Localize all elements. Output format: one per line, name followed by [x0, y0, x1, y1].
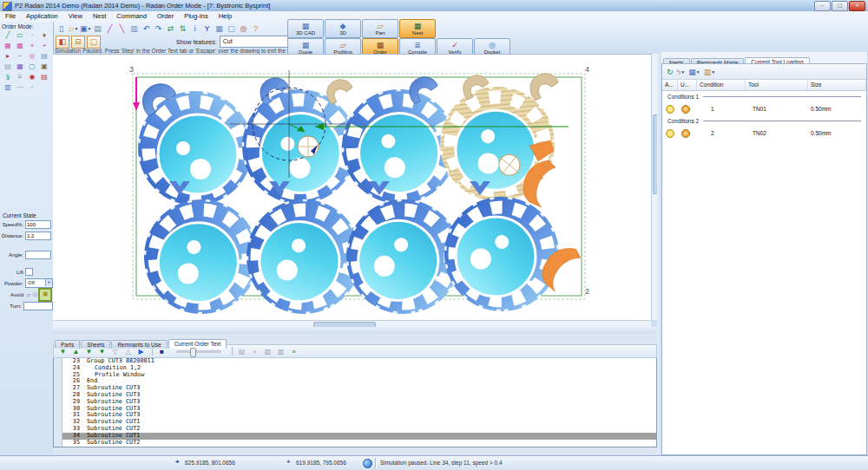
toggle-colors-icon[interactable]: ◧ [56, 36, 69, 49]
order-line[interactable]: 28Subroutine CUT3 [62, 392, 656, 399]
copy-icon[interactable]: ▥ [128, 23, 140, 35]
minimize-button[interactable]: – [814, 1, 831, 11]
menu-nest[interactable]: Nest [88, 11, 111, 22]
save-icon[interactable]: ▣▼ [80, 23, 91, 35]
order-tool-icon[interactable]: ▸ [2, 51, 14, 62]
tool-view-icon[interactable]: ▦▼ [688, 68, 700, 76]
speed-input[interactable] [25, 220, 51, 229]
angle-input[interactable] [25, 251, 51, 259]
order-tool-icon[interactable]: ◎ [26, 51, 38, 62]
turn-input[interactable] [23, 302, 53, 310]
order-tool-icon[interactable]: ⋯ [14, 82, 26, 93]
sheet-view-icon[interactable]: ▥▼ [704, 68, 715, 76]
dropdown-arrow-icon[interactable]: ▼ [696, 69, 700, 75]
insert-line-icon[interactable]: ▧ [262, 348, 273, 356]
slider-thumb[interactable] [190, 348, 196, 357]
redo-icon[interactable]: ↷ [153, 23, 164, 35]
swap-icon[interactable]: ⇅ [177, 23, 188, 35]
order-line[interactable]: 33Subroutine CUT2 [62, 426, 656, 433]
order-tool-icon[interactable]: ▥ [2, 82, 14, 93]
dropdown-arrow-icon[interactable]: ▼ [681, 69, 685, 75]
order-line[interactable]: 34Subroutine CUT1 [62, 433, 656, 440]
dropdown-arrow-icon[interactable]: ▼ [88, 26, 92, 31]
order-tool-icon[interactable]: ╱ [2, 30, 14, 41]
expand-icon[interactable]: » [288, 348, 299, 356]
order-tool-icon[interactable]: ▦ [2, 41, 14, 51]
column-header[interactable]: A... [662, 80, 678, 90]
avoid-active-button[interactable]: ▣ [38, 288, 52, 302]
menu-order[interactable]: Order [152, 11, 179, 22]
order-tool-icon[interactable]: ▤ [38, 72, 50, 82]
column-header[interactable]: Condition [697, 80, 746, 90]
menu-command[interactable]: Command [111, 11, 152, 22]
order-tool-icon[interactable]: ▢ [26, 62, 38, 72]
menu-view[interactable]: View [63, 11, 88, 22]
reorder-icon[interactable]: ⇄ [165, 23, 176, 35]
nest-drawing-canvas[interactable]: 342 [53, 54, 651, 321]
dropdown-arrow-icon[interactable]: ▼ [74, 26, 78, 31]
menu-plug-ins[interactable]: Plug-Ins [179, 11, 214, 22]
tab-current-order-text[interactable]: Current Order Text [168, 339, 227, 349]
order-tool-icon[interactable]: ▣ [38, 62, 50, 72]
marker-icon[interactable]: ╲ [116, 23, 128, 35]
column-header[interactable]: U... [678, 80, 697, 90]
tool-row[interactable]: +1TN010.50mm [662, 102, 866, 115]
column-header[interactable]: Tool [746, 80, 808, 90]
auto-load-icon[interactable]: ϟ▼ [677, 68, 686, 76]
snap-icon[interactable]: ◎ [238, 23, 249, 35]
order-line[interactable]: 30Subroutine CUT3 [62, 406, 656, 413]
help-icon[interactable]: ? [250, 23, 261, 35]
order-tool-icon[interactable]: ≡ [14, 72, 26, 82]
info-icon[interactable]: i [189, 23, 201, 35]
mode-button-3d[interactable]: ◆3D [325, 19, 361, 38]
delete-line-icon[interactable]: × [249, 348, 260, 356]
tab-remnants-to-use[interactable]: Remnants to Use [111, 340, 167, 349]
speed-slider[interactable] [176, 350, 221, 353]
edit-line-icon[interactable]: ▤ [236, 348, 247, 356]
tool-row[interactable]: +2TN020.50mm [662, 127, 866, 140]
order-tool-icon[interactable]: + [26, 41, 38, 51]
powder-combobox[interactable]: Off▼ [25, 278, 53, 288]
print-icon[interactable]: ▤ [92, 23, 103, 35]
chevron-down-icon[interactable]: ▼ [45, 279, 52, 286]
window-layout-icon[interactable]: ▢ [87, 36, 101, 49]
close-button[interactable]: × [849, 1, 865, 11]
order-tool-icon[interactable]: ▦ [14, 41, 26, 51]
refresh-icon[interactable]: ↻ [667, 68, 674, 76]
order-line[interactable]: 23Group CUT3 88200011 [62, 358, 656, 365]
order-line[interactable]: 27Subroutine CUT3 [62, 385, 656, 392]
order-tool-icon[interactable]: ▤ [38, 51, 50, 62]
maximize-button[interactable]: ▢ [832, 1, 848, 11]
order-line[interactable]: 32Subroutine CUT1 [62, 419, 656, 426]
horizontal-splitter[interactable] [53, 327, 657, 334]
mode-button-nest[interactable]: ▦Nest [399, 19, 436, 38]
undo-icon[interactable]: ↶ [141, 23, 152, 35]
avoid-option2-icon[interactable]: ⊙ [32, 291, 37, 298]
dropdown-arrow-icon[interactable]: ▼ [711, 69, 715, 75]
order-tool-icon[interactable]: ▫ [26, 82, 38, 93]
order-line[interactable]: 26End [62, 378, 656, 385]
distance-input[interactable] [25, 232, 51, 240]
lift-checkbox[interactable] [25, 268, 33, 276]
order-tool-icon[interactable]: § [2, 72, 14, 82]
menu-application[interactable]: Application [21, 11, 63, 22]
edit-pencil-icon[interactable]: ╱ [104, 23, 115, 35]
order-tool-icon[interactable]: · [26, 30, 38, 41]
order-tool-icon[interactable]: − [14, 51, 26, 62]
order-tool-icon[interactable]: ◉ [26, 72, 38, 82]
order-line[interactable]: 29Subroutine CUT3 [62, 399, 656, 406]
open-folder-icon[interactable]: ▱▼ [68, 23, 79, 35]
order-tool-icon[interactable]: ▤ [2, 62, 14, 72]
order-line[interactable]: 31Subroutine CUT3 [62, 412, 656, 419]
menu-help[interactable]: Help [214, 11, 237, 22]
window-icon[interactable]: ▢ [226, 23, 237, 35]
mode-button-3d-cad[interactable]: ▦3D CAD [287, 19, 324, 38]
order-line[interactable]: 35Subroutine CUT2 [62, 440, 656, 447]
filter-icon[interactable]: Y [201, 23, 213, 35]
nested-part[interactable] [138, 91, 253, 206]
split-horizontal-icon[interactable]: ⊟ [71, 36, 85, 49]
order-line[interactable]: 25Profile Window [62, 372, 656, 379]
avoid-option-icon[interactable]: ▱ [26, 291, 30, 298]
column-header[interactable]: Size [808, 80, 866, 90]
order-tool-icon[interactable]: ♦ [38, 30, 50, 41]
